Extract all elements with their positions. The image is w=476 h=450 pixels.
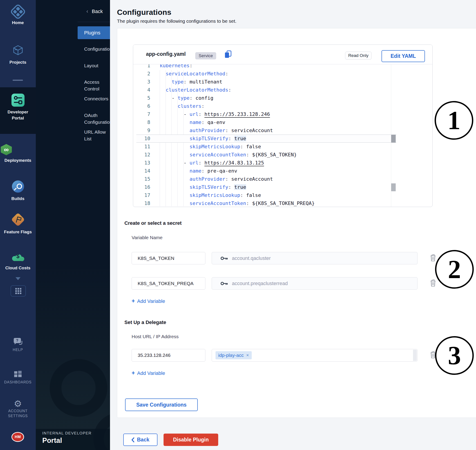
sidebar-item-label: HELP bbox=[0, 347, 36, 352]
nav-item-connectors[interactable]: Connectors bbox=[84, 95, 108, 102]
code-line: - type: config bbox=[160, 94, 213, 102]
chevron-down-icon[interactable] bbox=[16, 277, 20, 280]
chevron-left-icon: ‹ bbox=[86, 8, 88, 14]
delegate-tag-chip[interactable]: idp-play-acc ✕ bbox=[216, 351, 252, 359]
line-number: 18 bbox=[133, 199, 150, 207]
copy-icon[interactable] bbox=[224, 50, 232, 60]
line-number: 8 bbox=[133, 118, 150, 126]
annotation-circle-2: 2 bbox=[435, 250, 474, 289]
scrollbar-thumb[interactable] bbox=[391, 135, 396, 143]
code-line: authProvider: serviceAccount bbox=[160, 126, 273, 135]
chevron-left-icon bbox=[131, 437, 134, 442]
host-url-column-label: Host URL / IP Address bbox=[132, 334, 179, 339]
nav-item-access-control[interactable]: Access Control bbox=[84, 79, 110, 92]
line-number: 4 bbox=[133, 86, 150, 94]
sidebar-item-label: DASHBOARDS bbox=[0, 380, 36, 385]
nav-item-layout[interactable]: Layout bbox=[84, 62, 98, 69]
developer-portal-icon bbox=[12, 94, 24, 107]
sidebar-item-home[interactable]: Home bbox=[0, 6, 36, 26]
nav-item-plugins[interactable]: Plugins bbox=[78, 26, 110, 39]
line-number: 16 bbox=[133, 183, 150, 191]
code-line: clusters: bbox=[160, 102, 205, 110]
gear-icon: ⚙ bbox=[14, 399, 22, 409]
nav-item-configurations[interactable]: Configurations bbox=[84, 46, 110, 53]
back-button[interactable]: Back bbox=[123, 434, 158, 446]
cube-icon bbox=[12, 44, 24, 57]
read-only-badge: Read Only bbox=[345, 52, 372, 60]
help-chat-icon: ? bbox=[14, 338, 22, 345]
line-number: 2 bbox=[133, 70, 150, 78]
trash-icon bbox=[430, 279, 436, 287]
sidebar-item-account-settings[interactable]: ⚙ ACCOUNT SETTINGS bbox=[0, 399, 36, 419]
line-number: 14 bbox=[133, 167, 150, 175]
variable-name-input[interactable] bbox=[132, 277, 205, 290]
back-nav-link[interactable]: ‹Back bbox=[86, 8, 103, 14]
sidebar-item-help[interactable]: ? HELP bbox=[0, 338, 36, 352]
sidebar-item-cloud-costs[interactable]: $ Cloud Costs bbox=[0, 252, 36, 271]
key-icon bbox=[220, 281, 229, 286]
user-avatar[interactable]: HM bbox=[12, 432, 24, 442]
cloud-dollar-icon: $ bbox=[12, 252, 24, 262]
code-line: skipTLSVerify: true bbox=[160, 135, 246, 143]
annotation-circle-3: 3 bbox=[435, 336, 474, 375]
code-line: serviceAccountToken: ${K8S_SA_TOKEN_PREQ… bbox=[160, 199, 315, 207]
sidebar-item-label: Developer Portal bbox=[0, 109, 36, 121]
save-configurations-button[interactable]: Save Configurations bbox=[125, 398, 198, 411]
code-line: name: qa-env bbox=[160, 118, 225, 126]
disable-plugin-button[interactable]: Disable Plugin bbox=[164, 434, 218, 446]
sidebar-item-label: Deployments bbox=[0, 158, 36, 163]
code-line: - url: https://34.83.13.125 bbox=[160, 159, 264, 167]
sidebar-divider-handle[interactable] bbox=[13, 80, 23, 81]
sidebar-item-deployments[interactable]: ∞ Deployments bbox=[0, 144, 36, 163]
line-number: 9 bbox=[133, 126, 150, 135]
page-subtitle: The plugin requires the following config… bbox=[117, 18, 236, 24]
nav-item-url-allow-list[interactable]: URL Allow List bbox=[84, 129, 110, 142]
edit-yaml-button[interactable]: Edit YAML bbox=[382, 50, 425, 62]
variable-name-input[interactable] bbox=[132, 252, 205, 264]
code-line: type: multiTenant bbox=[160, 78, 222, 86]
sidebar-item-projects[interactable]: Projects bbox=[0, 44, 36, 65]
host-url-input[interactable] bbox=[132, 349, 205, 361]
sidebar-item-dashboards[interactable]: DASHBOARDS bbox=[0, 371, 36, 385]
sidebar-item-label: ACCOUNT SETTINGS bbox=[0, 409, 36, 419]
deployments-infinity-icon: ∞ bbox=[0, 144, 13, 155]
add-delegate-variable-link[interactable]: +Add Variable bbox=[132, 370, 165, 376]
nav-item-oauth-configurations[interactable]: OAuth Configurations bbox=[84, 112, 110, 125]
variable-name-column-label: Variable Name bbox=[132, 235, 162, 240]
annotation-circle-1: 1 bbox=[435, 101, 473, 140]
brand-top-label: INTERNAL DEVELOPER bbox=[42, 431, 92, 436]
secret-section-heading: Create or select a secret bbox=[124, 220, 182, 226]
secret-select-field[interactable]: account.qacluster bbox=[212, 252, 417, 264]
module-grid-button[interactable] bbox=[11, 285, 26, 296]
yaml-editor: 1kubernetes:2 serviceLocatorMethod:3 typ… bbox=[133, 45, 433, 207]
decor-ring bbox=[50, 359, 107, 417]
feature-flag-icon bbox=[11, 213, 25, 227]
line-number: 12 bbox=[133, 151, 150, 159]
delegate-tags-field[interactable]: idp-play-acc ✕ bbox=[212, 349, 417, 361]
sidebar-item-builds[interactable]: Builds bbox=[0, 180, 36, 201]
delete-variable-button[interactable] bbox=[429, 254, 437, 262]
yaml-code-area: 1kubernetes:2 serviceLocatorMethod:3 typ… bbox=[133, 45, 432, 207]
sidebar-item-developer-portal[interactable]: Developer Portal bbox=[0, 94, 36, 121]
delete-variable-button[interactable] bbox=[429, 279, 437, 288]
sidebar-item-label: Feature Flags bbox=[0, 229, 36, 235]
secret-reference-value: account.qacluster bbox=[232, 255, 271, 261]
sidebar-item-label: Projects bbox=[0, 59, 36, 65]
harness-logo-icon bbox=[12, 6, 24, 18]
dashboards-grid-icon bbox=[14, 371, 22, 377]
add-variable-link[interactable]: +Add Variable bbox=[132, 298, 165, 304]
sidebar-item-feature-flags[interactable]: Feature Flags bbox=[0, 213, 36, 235]
line-number: 17 bbox=[133, 191, 150, 199]
plus-icon: + bbox=[132, 370, 135, 376]
brand-bottom-label: Portal bbox=[42, 437, 62, 444]
line-number: 5 bbox=[133, 94, 150, 102]
line-number: 10 bbox=[133, 135, 150, 143]
remove-tag-icon[interactable]: ✕ bbox=[246, 353, 249, 357]
builds-magnifier-icon bbox=[12, 180, 24, 193]
secret-select-field[interactable]: account.preqaclusterread bbox=[212, 277, 417, 290]
code-line: skipTLSVerify: true bbox=[160, 183, 246, 191]
module-sidebar: Home Projects Developer Portal bbox=[0, 0, 36, 450]
code-line: skipMetricsLookup: false bbox=[160, 143, 261, 151]
delegate-section-heading: Set Up a Delegate bbox=[124, 320, 166, 325]
brand-footer: INTERNAL DEVELOPER Portal bbox=[36, 429, 110, 450]
